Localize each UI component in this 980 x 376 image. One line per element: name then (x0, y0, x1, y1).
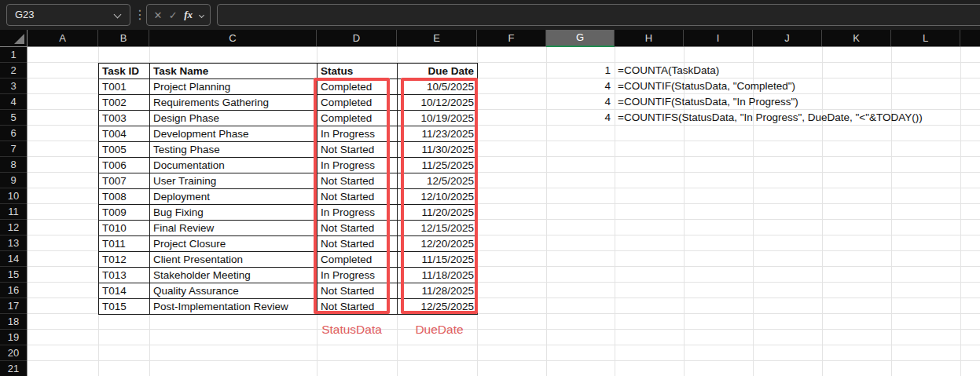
row-header-13[interactable]: 13 (0, 235, 27, 251)
column-header-G[interactable]: G (546, 30, 615, 47)
cell-task-name[interactable]: Documentation (150, 158, 317, 173)
column-header-B[interactable]: B (98, 30, 149, 46)
row-header-9[interactable]: 9 (0, 173, 27, 188)
header-c-due[interactable]: Due Date (398, 64, 478, 79)
formula-result-value[interactable]: 4 (546, 110, 615, 126)
column-header-L[interactable]: L (891, 30, 960, 46)
formula-result-value[interactable]: 4 (546, 94, 615, 110)
cell-task-id[interactable]: T014 (99, 283, 150, 299)
cell-task-id[interactable]: T011 (99, 236, 150, 252)
cell-task-name[interactable]: Development Phase (150, 126, 317, 142)
row-header-2[interactable]: 2 (0, 63, 27, 78)
header-c-status[interactable]: Status (317, 64, 398, 79)
cell-task-name[interactable]: Final Review (150, 221, 317, 236)
header-c-id[interactable]: Task ID (99, 64, 150, 79)
row-header-6[interactable]: 6 (0, 126, 27, 141)
column-header-C[interactable]: C (149, 30, 317, 46)
cell-task-id[interactable]: T008 (99, 189, 150, 205)
cell-task-name[interactable]: Client Presentation (150, 252, 317, 268)
cell-task-name[interactable]: Quality Assurance (150, 283, 317, 299)
column-header-F[interactable]: F (477, 30, 546, 46)
formula-buttons: ✕ ✓ fx (146, 4, 211, 26)
cell-task-id[interactable]: T001 (99, 79, 150, 95)
cell-task-id[interactable]: T004 (99, 126, 150, 142)
chevron-down-icon[interactable] (114, 11, 122, 19)
cell-task-id[interactable]: T005 (99, 142, 150, 158)
status-range-highlight (314, 78, 390, 314)
column-headers: ABCDEFGHIJKL (28, 30, 980, 47)
select-all-triangle-icon (14, 34, 24, 44)
cell-task-id[interactable]: T007 (99, 173, 150, 189)
row-header-20[interactable]: 20 (0, 345, 27, 361)
row-header-18[interactable]: 18 (0, 314, 27, 330)
name-box[interactable]: G23 (6, 4, 130, 26)
cell-task-id[interactable]: T012 (99, 252, 150, 268)
status-range-label: StatusData (310, 321, 393, 338)
row-headers: 123456789101112131415161718192021 (0, 47, 28, 376)
sheet-grid[interactable]: Task IDTask NameStatusDue DateT001Projec… (28, 47, 980, 376)
formula-text[interactable]: =COUNTIF(StatusData, "Completed") (618, 78, 795, 94)
column-header-J[interactable]: J (753, 30, 822, 46)
cell-task-name[interactable]: Stakeholder Meeting (150, 268, 317, 283)
row-header-10[interactable]: 10 (0, 188, 27, 204)
cell-task-id[interactable]: T015 (99, 299, 150, 315)
gridline (960, 47, 961, 376)
formula-text[interactable]: =COUNTA(TaskData) (618, 63, 719, 78)
formula-text[interactable]: =COUNTIF(StatusData, "In Progress") (618, 94, 798, 110)
row-header-19[interactable]: 19 (0, 330, 27, 345)
cell-task-id[interactable]: T003 (99, 111, 150, 126)
row-header-15[interactable]: 15 (0, 267, 27, 283)
row-header-17[interactable]: 17 (0, 298, 27, 314)
name-box-value: G23 (15, 9, 35, 20)
duedate-range-highlight (401, 78, 478, 314)
cell-task-name[interactable]: Design Phase (150, 111, 317, 126)
row-header-14[interactable]: 14 (0, 251, 27, 267)
row-header-8[interactable]: 8 (0, 157, 27, 173)
row-header-12[interactable]: 12 (0, 220, 27, 235)
formula-bar-input[interactable] (217, 4, 980, 26)
formula-result-value[interactable]: 1 (546, 63, 615, 78)
column-header-A[interactable]: A (28, 30, 98, 46)
column-header-D[interactable]: D (317, 30, 397, 46)
row-header-5[interactable]: 5 (0, 110, 27, 126)
column-header-K[interactable]: K (822, 30, 891, 46)
gridline (615, 47, 615, 376)
column-header-H[interactable]: H (615, 30, 684, 46)
header-c-name[interactable]: Task Name (150, 64, 317, 79)
gridline (822, 47, 823, 376)
cell-task-id[interactable]: T006 (99, 158, 150, 173)
formula-result-value[interactable]: 4 (546, 78, 615, 94)
cell-task-id[interactable]: T010 (99, 221, 150, 236)
row-header-3[interactable]: 3 (0, 78, 27, 94)
cell-task-name[interactable]: Post-Implementation Review (150, 299, 317, 315)
gridline (891, 47, 892, 376)
column-header-E[interactable]: E (397, 30, 477, 46)
row-header-11[interactable]: 11 (0, 204, 27, 220)
cell-task-id[interactable]: T009 (99, 205, 150, 221)
row-header-16[interactable]: 16 (0, 283, 27, 298)
cell-task-name[interactable]: Project Planning (150, 79, 317, 95)
duedate-range-label: DueDate (398, 321, 481, 338)
cell-task-id[interactable]: T013 (99, 268, 150, 283)
cell-task-name[interactable]: Requirements Gathering (150, 95, 317, 111)
cell-task-name[interactable]: User Training (150, 173, 317, 189)
formula-text[interactable]: =COUNTIFS(StatusData, "In Progress", Due… (618, 110, 923, 126)
column-header-I[interactable]: I (684, 30, 753, 46)
cell-task-id[interactable]: T002 (99, 95, 150, 111)
row-header-4[interactable]: 4 (0, 94, 27, 110)
cell-task-name[interactable]: Bug Fixing (150, 205, 317, 221)
cell-task-name[interactable]: Testing Phase (150, 142, 317, 158)
formula-bar-row: G23 ⋮ ✕ ✓ fx (0, 0, 980, 30)
cell-task-name[interactable]: Project Closure (150, 236, 317, 252)
row-header-1[interactable]: 1 (0, 47, 27, 63)
insert-function-icon[interactable]: fx (184, 9, 193, 21)
chevron-down-icon[interactable] (198, 12, 204, 17)
cancel-icon[interactable]: ✕ (153, 9, 162, 21)
cell-task-name[interactable]: Deployment (150, 189, 317, 205)
select-all-corner[interactable] (0, 30, 28, 47)
more-options-icon[interactable]: ⋮ (134, 5, 146, 24)
enter-icon[interactable]: ✓ (169, 9, 178, 21)
row-header-7[interactable]: 7 (0, 141, 27, 157)
row-header-21[interactable]: 21 (0, 361, 27, 376)
table-header-row: Task IDTask NameStatusDue Date (99, 64, 478, 79)
